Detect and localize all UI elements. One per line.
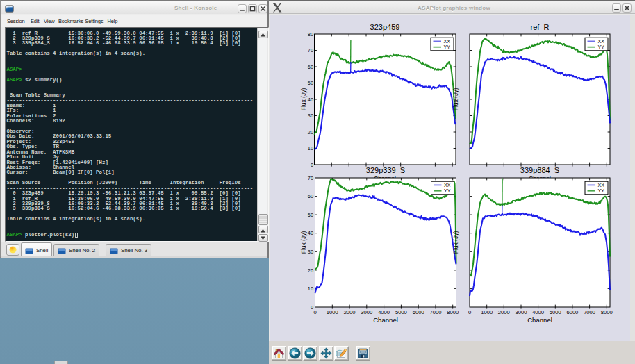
svg-text:30: 30 bbox=[308, 113, 313, 119]
svg-text:329p339_S: 329p339_S bbox=[366, 166, 405, 174]
svg-text:XX: XX bbox=[598, 183, 605, 188]
svg-text:3000: 3000 bbox=[516, 309, 527, 315]
svg-text:Flux (Jy): Flux (Jy) bbox=[452, 231, 459, 254]
svg-text:6000: 6000 bbox=[413, 309, 424, 315]
svg-text:7000: 7000 bbox=[430, 309, 442, 315]
svg-text:80: 80 bbox=[308, 31, 313, 38]
svg-text:70: 70 bbox=[308, 47, 313, 53]
svg-text:8000: 8000 bbox=[601, 309, 613, 315]
svg-text:0: 0 bbox=[468, 309, 471, 315]
svg-text:50: 50 bbox=[308, 212, 313, 218]
svg-text:10: 10 bbox=[308, 145, 313, 151]
svg-text:1000: 1000 bbox=[481, 309, 493, 315]
svg-text:YY: YY bbox=[598, 188, 605, 193]
svg-text:60: 60 bbox=[308, 64, 313, 70]
svg-text:Flux (Jy): Flux (Jy) bbox=[300, 88, 307, 111]
svg-text:40: 40 bbox=[308, 97, 313, 103]
svg-text:YY: YY bbox=[444, 188, 451, 193]
svg-text:40: 40 bbox=[308, 230, 313, 236]
svg-text:XX: XX bbox=[598, 39, 605, 44]
svg-text:XX: XX bbox=[444, 183, 451, 188]
svg-text:YY: YY bbox=[444, 44, 451, 49]
svg-text:30: 30 bbox=[308, 249, 313, 255]
svg-text:50: 50 bbox=[308, 80, 313, 86]
svg-text:10: 10 bbox=[308, 286, 313, 292]
svg-text:2000: 2000 bbox=[498, 309, 510, 315]
svg-text:YY: YY bbox=[598, 44, 605, 49]
svg-text:1000: 1000 bbox=[327, 309, 338, 315]
svg-text:20: 20 bbox=[308, 129, 313, 135]
svg-text:8000: 8000 bbox=[447, 309, 459, 315]
svg-text:XX: XX bbox=[444, 39, 451, 44]
svg-text:70: 70 bbox=[308, 175, 313, 181]
svg-text:7000: 7000 bbox=[584, 309, 595, 315]
svg-text:0: 0 bbox=[313, 309, 316, 315]
svg-text:4000: 4000 bbox=[532, 309, 544, 315]
svg-text:5000: 5000 bbox=[395, 309, 407, 315]
svg-text:0: 0 bbox=[311, 304, 313, 311]
svg-text:20: 20 bbox=[308, 267, 313, 274]
svg-text:4000: 4000 bbox=[378, 309, 390, 315]
svg-text:5000: 5000 bbox=[550, 309, 561, 315]
svg-text:Channel: Channel bbox=[373, 316, 398, 324]
svg-text:Channel: Channel bbox=[527, 316, 552, 324]
svg-text:2000: 2000 bbox=[344, 309, 356, 315]
svg-text:3000: 3000 bbox=[361, 309, 372, 315]
svg-text:6000: 6000 bbox=[566, 309, 578, 315]
svg-text:Flux (Jy): Flux (Jy) bbox=[452, 88, 459, 111]
svg-text:60: 60 bbox=[308, 193, 313, 199]
svg-text:323p459: 323p459 bbox=[370, 23, 400, 31]
svg-text:0: 0 bbox=[311, 162, 313, 168]
svg-text:339p884_S: 339p884_S bbox=[520, 166, 559, 174]
svg-text:Flux (Jy): Flux (Jy) bbox=[300, 231, 307, 254]
svg-text:ref_R: ref_R bbox=[531, 23, 550, 31]
